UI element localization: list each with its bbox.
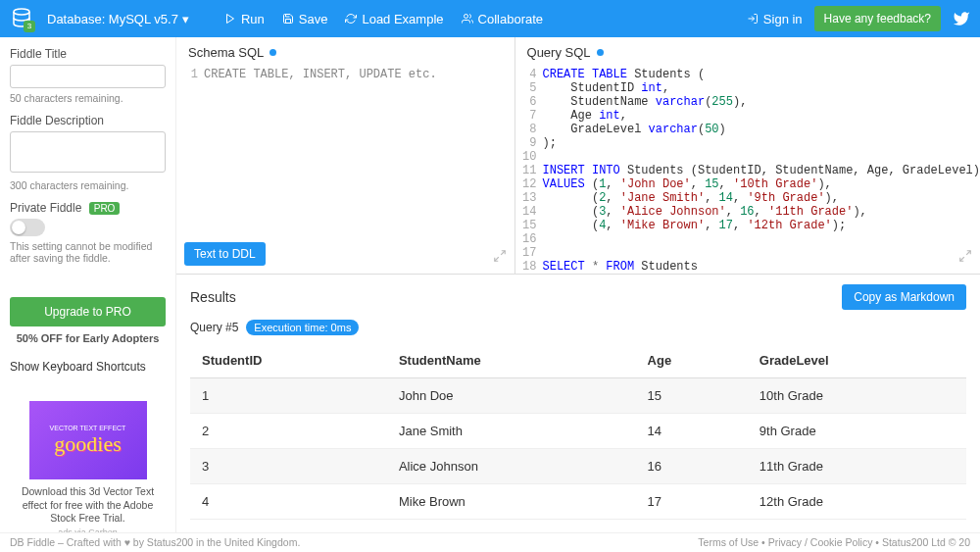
ad-word: goodies (54, 431, 121, 457)
table-cell: 15 (636, 378, 748, 414)
footer: DB Fiddle – Crafted with ♥ by Status200 … (0, 532, 980, 552)
table-cell: John Doe (387, 378, 636, 414)
code-text: (2, 'Jane Smith', 14, '9th Grade'), (543, 191, 980, 205)
query-meta: Query #5 Execution time: 0ms (190, 320, 966, 335)
collaborate-button[interactable]: Collaborate (462, 12, 544, 26)
column-header[interactable]: GradeLevel (748, 343, 966, 378)
query-header: Query SQL (515, 37, 980, 68)
results-section: Results Copy as Markdown Query #5 Execut… (176, 275, 980, 532)
column-header[interactable]: StudentName (387, 343, 636, 378)
column-header[interactable]: Age (636, 343, 748, 378)
column-header[interactable]: StudentID (190, 343, 387, 378)
logo[interactable]: 3 (10, 7, 33, 30)
table-cell: 2 (190, 414, 387, 449)
results-header: Results Copy as Markdown (190, 284, 966, 310)
line-number: 7 (515, 109, 543, 123)
fiddle-title-input[interactable] (10, 65, 166, 88)
schema-placeholder: CREATE TABLE, INSERT, UPDATE etc. (204, 68, 514, 81)
query-editor[interactable]: 4CREATE TABLE Students (5 StudentID int,… (515, 68, 980, 274)
line-number: 8 (515, 123, 543, 136)
svg-line-3 (501, 251, 505, 255)
table-row: 2Jane Smith149th Grade (190, 414, 966, 449)
refresh-icon (345, 13, 357, 25)
execution-time-badge: Execution time: 0ms (246, 320, 359, 335)
line-number: 1 (176, 68, 204, 81)
signin-label: Sign in (763, 12, 803, 26)
editor-row: Schema SQL 1 CREATE TABLE, INSERT, UPDAT… (176, 37, 980, 275)
twitter-icon[interactable] (953, 10, 970, 27)
fiddle-desc-label: Fiddle Description (10, 114, 166, 127)
ad-tag: VECTOR TEXT EFFECT (50, 425, 126, 431)
footer-right: Terms of Use • Privacy / Cookie Policy •… (698, 536, 970, 549)
line-number: 9 (515, 136, 543, 150)
query-sql-pane: Query SQL 4CREATE TABLE Students (5 Stud… (515, 37, 980, 275)
text-to-ddl-button[interactable]: Text to DDL (184, 242, 266, 266)
code-text (543, 246, 980, 260)
line-number: 4 (515, 68, 543, 81)
footer-left: DB Fiddle – Crafted with ♥ by Status200 … (10, 536, 300, 549)
table-cell: 4 (190, 484, 387, 520)
line-number: 16 (515, 232, 543, 246)
sidebar: Fiddle Title 50 characters remaining. Fi… (0, 37, 176, 532)
database-selector[interactable]: Database: MySQL v5.7 ▾ (41, 8, 195, 30)
table-row: 1John Doe1510th Grade (190, 378, 966, 414)
svg-line-5 (966, 251, 970, 255)
ad-box[interactable]: VECTOR TEXT EFFECT goodies Download this… (10, 401, 166, 532)
ad-image: VECTOR TEXT EFFECT goodies (29, 401, 147, 479)
title-hint: 50 characters remaining. (10, 92, 166, 104)
logo-badge: 3 (24, 21, 35, 32)
code-text: CREATE TABLE Students ( (543, 68, 980, 81)
load-example-button[interactable]: Load Example (345, 12, 443, 26)
line-number: 10 (515, 150, 543, 164)
table-cell: 14 (636, 414, 748, 449)
code-text: (4, 'Mike Brown', 17, '12th Grade'); (543, 219, 980, 232)
users-icon (462, 13, 473, 25)
line-number: 5 (515, 81, 543, 95)
code-text: GradeLevel varchar(50) (543, 123, 980, 136)
table-cell: 11th Grade (748, 449, 966, 484)
code-text (543, 232, 980, 246)
results-title: Results (190, 289, 236, 305)
code-text: Age int, (543, 109, 980, 123)
toggle-knob (12, 221, 25, 234)
app-header: 3 Database: MySQL v5.7 ▾ Run Save Load E… (0, 0, 980, 37)
signin-button[interactable]: Sign in (747, 12, 803, 26)
expand-icon[interactable] (958, 249, 972, 266)
fiddle-desc-input[interactable] (10, 131, 166, 173)
promo-text: 50% OFF for Early Adopters (10, 332, 166, 344)
line-number: 12 (515, 177, 543, 191)
table-cell: Jane Smith (387, 414, 636, 449)
keyboard-shortcuts-link[interactable]: Show Keyboard Shortcuts (10, 360, 166, 374)
table-cell: 3 (190, 449, 387, 484)
svg-marker-1 (226, 15, 233, 24)
feedback-button[interactable]: Have any feedback? (814, 6, 941, 31)
save-icon (282, 13, 294, 25)
table-row: 4Mike Brown1712th Grade (190, 484, 966, 520)
expand-icon[interactable] (493, 249, 507, 266)
copy-markdown-button[interactable]: Copy as Markdown (842, 284, 966, 310)
code-text: ); (543, 136, 980, 150)
query-title: Query SQL (527, 45, 591, 60)
modified-dot-icon (597, 49, 604, 56)
private-toggle[interactable] (10, 219, 45, 236)
line-number: 13 (515, 191, 543, 205)
save-button[interactable]: Save (282, 12, 328, 26)
ad-text: Download this 3d Vector Text effect for … (10, 485, 166, 526)
schema-sql-pane: Schema SQL 1 CREATE TABLE, INSERT, UPDAT… (176, 37, 515, 275)
svg-point-0 (14, 9, 29, 15)
svg-line-6 (960, 257, 964, 261)
run-button[interactable]: Run (224, 12, 265, 26)
upgrade-button[interactable]: Upgrade to PRO (10, 297, 166, 326)
table-cell: Alice Johnson (387, 449, 636, 484)
header-right: Sign in Have any feedback? (747, 6, 970, 31)
run-label: Run (241, 12, 265, 26)
save-label: Save (299, 12, 328, 26)
desc-hint: 300 characters remaining. (10, 179, 166, 191)
table-cell: 12th Grade (748, 484, 966, 520)
content: Schema SQL 1 CREATE TABLE, INSERT, UPDAT… (176, 37, 980, 532)
header-actions: Run Save Load Example Collaborate (224, 12, 543, 26)
play-icon (224, 13, 236, 25)
code-text: SELECT * FROM Students (543, 260, 980, 274)
code-text: StudentName varchar(255), (543, 95, 980, 109)
table-cell: 16 (636, 449, 748, 484)
